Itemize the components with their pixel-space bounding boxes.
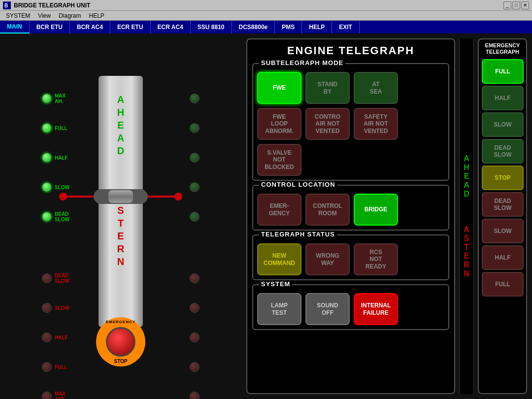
shaft-line-right bbox=[148, 196, 177, 198]
telegraph-handle[interactable] bbox=[94, 189, 148, 204]
led-max-ahead-right bbox=[190, 86, 200, 111]
emerg-btn-full-ahead[interactable]: FULL bbox=[482, 59, 524, 84]
btn-control-room[interactable]: CONTROL ROOM bbox=[305, 194, 350, 226]
led-max-astern-right bbox=[190, 384, 200, 399]
tab-dcs[interactable]: DCS8800e bbox=[232, 21, 275, 33]
led-indicator bbox=[190, 123, 200, 133]
left-panel: A H E A D A S T E R N bbox=[0, 33, 241, 399]
btn-safety-air[interactable]: SAFETY AIR NOT VENTED bbox=[354, 108, 398, 140]
engine-panel-title: ENGINE TELEGRAPH bbox=[252, 44, 449, 57]
led-indicator bbox=[42, 182, 52, 192]
system-buttons: LAMP TEST SOUND OFF INTERNAL FAILURE bbox=[257, 293, 444, 325]
side-ahead-label: A H E A D bbox=[464, 154, 469, 199]
btn-rcs-not-ready[interactable]: RCS NOT READY bbox=[354, 243, 398, 275]
btn-at-sea[interactable]: AT SEA bbox=[354, 72, 398, 104]
led-indicator bbox=[42, 392, 52, 399]
btn-svalve[interactable]: S.VALVE NOT BLOCKED bbox=[257, 144, 301, 176]
tab-pms[interactable]: PMS bbox=[275, 21, 302, 33]
tab-bar: MAIN BCR ETU BCR AC4 ECR ETU ECR AC4 SSU… bbox=[0, 21, 532, 33]
window-title: BRIDGE TELEGRAPH UNIT bbox=[14, 2, 90, 9]
led-indicator bbox=[190, 94, 200, 103]
btn-emergency-ctrl[interactable]: EMER- GENCY bbox=[257, 194, 301, 226]
led-dead-slow-astern-right bbox=[190, 266, 200, 291]
tab-exit[interactable]: EXIT bbox=[332, 21, 360, 33]
menu-system[interactable]: SYSTEM bbox=[2, 12, 34, 19]
main-content: A H E A D A S T E R N bbox=[0, 33, 532, 399]
shaft-knob bbox=[108, 190, 133, 203]
emerg-btn-stop[interactable]: STOP bbox=[482, 166, 524, 190]
led-indicator bbox=[42, 153, 52, 163]
emerg-btn-half-astern[interactable]: HALF bbox=[482, 245, 524, 270]
btn-new-command[interactable]: NEW COMMAND bbox=[257, 243, 301, 275]
system-title: SYSTEM bbox=[259, 280, 292, 288]
emerg-btn-dead-slow-astern[interactable]: DEAD SLOW bbox=[482, 192, 524, 217]
emerg-btn-slow-astern[interactable]: SLOW bbox=[482, 219, 524, 243]
led-half-astern-right bbox=[190, 325, 200, 350]
emergency-stop-button[interactable]: EMERGENCY STOP bbox=[96, 317, 145, 366]
telegraph-body: A H E A D A S T E R N bbox=[42, 61, 200, 381]
btn-sound-off[interactable]: SOUND OFF bbox=[305, 293, 350, 325]
btn-bridge[interactable]: BRIDGE bbox=[354, 194, 398, 226]
led-indicator bbox=[190, 392, 200, 399]
estop-inner bbox=[106, 327, 135, 357]
astern-left-leds: DEADSLOW SLOW HALF FULL MAXAST. bbox=[42, 266, 69, 399]
engine-panel: ENGINE TELEGRAPH SUBTELEGRAPH MODE FWE S… bbox=[246, 38, 455, 394]
led-indicator bbox=[42, 94, 52, 103]
btn-standby[interactable]: STAND BY bbox=[305, 72, 350, 104]
btn-fwe-loop[interactable]: FWE LOOP ABNORM. bbox=[257, 108, 301, 140]
control-location-title: CONTROL LOCATION bbox=[259, 181, 337, 188]
led-indicator bbox=[190, 273, 200, 283]
led-full-ahead-left: FULL bbox=[42, 115, 69, 141]
led-dead-slow-ahead-left: DEADSLOW bbox=[42, 204, 69, 230]
svg-text:B: B bbox=[4, 3, 8, 8]
tab-bcr-etu[interactable]: BCR ETU bbox=[30, 21, 70, 33]
telegraph-status-section: TELEGRAPH STATUS NEW COMMAND WRONG WAY R… bbox=[252, 234, 449, 280]
subtelegraph-buttons: FWE STAND BY AT SEA FWE LOOP ABNORM. CON… bbox=[257, 72, 444, 176]
led-slow-ahead-right bbox=[190, 174, 200, 200]
emerg-btn-dead-slow-ahead[interactable]: DEAD SLOW bbox=[482, 139, 524, 164]
btn-internal-failure[interactable]: INTERNAL FAILURE bbox=[354, 293, 398, 325]
led-slow-astern-right bbox=[190, 295, 200, 321]
emerg-btn-slow-ahead[interactable]: SLOW bbox=[482, 112, 524, 137]
emerg-btn-half-ahead[interactable]: HALF bbox=[482, 86, 524, 110]
tab-help[interactable]: HELP bbox=[302, 21, 332, 33]
led-max-ahead-left: MAXAH. bbox=[42, 86, 69, 111]
led-indicator bbox=[190, 303, 200, 313]
btn-fwe[interactable]: FWE bbox=[257, 72, 301, 104]
telegraph-status-buttons: NEW COMMAND WRONG WAY RCS NOT READY bbox=[257, 243, 444, 275]
tab-bcr-ac4[interactable]: BCR AC4 bbox=[70, 21, 110, 33]
menu-help[interactable]: HELP bbox=[85, 12, 108, 19]
emergency-telegraph-panel: EMERGENCY TELEGRAPH FULL HALF SLOW DEAD … bbox=[478, 38, 527, 394]
led-slow-astern-left: SLOW bbox=[42, 295, 69, 321]
title-icon: B bbox=[3, 1, 11, 9]
led-indicator bbox=[42, 212, 52, 222]
led-indicator bbox=[42, 123, 52, 133]
led-indicator bbox=[42, 273, 52, 283]
led-dead-slow-astern-left: DEADSLOW bbox=[42, 266, 69, 291]
tab-main[interactable]: MAIN bbox=[0, 21, 30, 33]
subtelegraph-title: SUBTELEGRAPH MODE bbox=[259, 59, 345, 66]
led-dead-slow-ahead-right bbox=[190, 204, 200, 230]
btn-lamp-test[interactable]: LAMP TEST bbox=[257, 293, 301, 325]
estop-bottom-text: STOP bbox=[96, 359, 145, 364]
led-indicator bbox=[190, 153, 200, 163]
control-location-buttons: EMER- GENCY CONTROL ROOM BRIDGE bbox=[257, 194, 444, 226]
led-indicator bbox=[190, 362, 200, 372]
menu-diagram[interactable]: Diagram bbox=[55, 12, 85, 19]
ahead-label: A H E A D bbox=[117, 93, 124, 157]
tab-ecr-etu[interactable]: ECR ETU bbox=[110, 21, 151, 33]
tab-ssu[interactable]: SSU 8810 bbox=[191, 21, 232, 33]
btn-wrong-way[interactable]: WRONG WAY bbox=[305, 243, 350, 275]
emergency-telegraph-title: EMERGENCY TELEGRAPH bbox=[482, 42, 523, 55]
minimize-button[interactable]: _ bbox=[503, 1, 511, 9]
menu-view[interactable]: View bbox=[34, 12, 55, 19]
tab-ecr-ac4[interactable]: ECR AC4 bbox=[151, 21, 191, 33]
btn-contro-air[interactable]: CONTRO AIR NOT VENTED bbox=[305, 108, 350, 140]
close-button[interactable]: ✕ bbox=[521, 1, 529, 9]
led-slow-ahead-left: SLOW bbox=[42, 174, 69, 200]
estop-ring: EMERGENCY STOP bbox=[96, 317, 145, 366]
control-location-section: CONTROL LOCATION EMER- GENCY CONTROL ROO… bbox=[252, 185, 449, 231]
title-bar: B BRIDGE TELEGRAPH UNIT _ □ ✕ bbox=[0, 0, 532, 11]
maximize-button[interactable]: □ bbox=[512, 1, 520, 9]
emerg-btn-full-astern[interactable]: FULL bbox=[482, 272, 524, 297]
